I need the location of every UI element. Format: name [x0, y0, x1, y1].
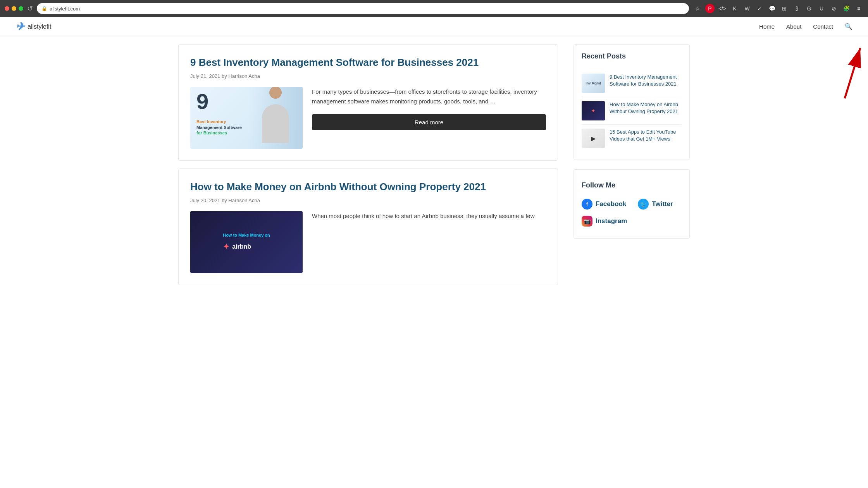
recent-posts-list: Inv Mgmt 9 Best Inventory Management Sof…	[582, 70, 682, 152]
list-item: Inv Mgmt 9 Best Inventory Management Sof…	[582, 70, 682, 97]
article-date-2: July 20, 2021	[190, 198, 220, 203]
article-title-2[interactable]: How to Make Money on Airbnb Without Owni…	[190, 180, 546, 194]
recent-post-thumb-1: Inv Mgmt	[582, 74, 605, 93]
article-card-2: How to Make Money on Airbnb Without Owni…	[178, 168, 558, 285]
pinterest-icon[interactable]: P	[705, 4, 715, 13]
site-logo[interactable]: ✈ allstylefit	[16, 20, 51, 33]
article-by-2: by	[222, 198, 227, 203]
bitcoin-icon[interactable]: ₿	[792, 4, 801, 13]
airbnb-logo-icon: ✦	[223, 242, 230, 252]
article-thumbnail-1: 9 Best Inventory Management Software for…	[190, 87, 303, 149]
browser-navigation: ↺	[27, 4, 33, 13]
search-icon[interactable]: 🔍	[845, 23, 852, 30]
svg-line-1	[845, 48, 860, 98]
logo-text: allstylefit	[28, 23, 51, 30]
maximize-window-button[interactable]	[19, 6, 23, 11]
facebook-icon: f	[582, 199, 592, 210]
recent-post-thumb-3: ▶	[582, 129, 605, 148]
follow-row-2: 📷 Instagram	[582, 216, 682, 227]
facebook-label: Facebook	[596, 200, 626, 208]
extensions-icon[interactable]: 🧩	[842, 4, 851, 13]
site-navigation: Home About Contact 🔍	[759, 23, 852, 30]
address-bar[interactable]: 🔒 allstylefit.com	[37, 3, 689, 14]
nav-home[interactable]: Home	[759, 23, 775, 30]
person-silhouette	[262, 93, 289, 143]
recent-post-link-3[interactable]: 15 Best Apps to Edit YouTube Videos that…	[610, 129, 682, 143]
article-card-1: 9 Best Inventory Management Software for…	[178, 44, 558, 161]
nav-contact[interactable]: Contact	[813, 23, 833, 30]
article-excerpt-2: When most people think of how to start a…	[312, 211, 534, 221]
follow-me-widget: Follow Me f Facebook 🐦 Twitter	[574, 169, 690, 239]
chat-icon[interactable]: 💬	[767, 4, 777, 13]
twitter-icon: 🐦	[638, 199, 649, 210]
article-author-2: Harrison Acha	[228, 198, 260, 203]
twitter-follow-link[interactable]: 🐦 Twitter	[638, 199, 673, 210]
bookmark-star-icon[interactable]: ☆	[693, 4, 702, 13]
refresh-button[interactable]: ↺	[27, 4, 33, 13]
article-excerpt-block-2: When most people think of how to start a…	[312, 211, 534, 221]
airbnb-thumb-text: How to Make Money on	[223, 232, 270, 239]
instagram-icon: 📷	[582, 216, 592, 227]
person-head	[269, 87, 282, 99]
main-content: 9 Best Inventory Management Software for…	[178, 44, 558, 293]
article-title-1[interactable]: 9 Best Inventory Management Software for…	[190, 56, 546, 69]
site-header: ✈ allstylefit Home About Contact 🔍	[0, 17, 868, 36]
instagram-follow-link[interactable]: 📷 Instagram	[582, 216, 627, 227]
twitter-label: Twitter	[652, 200, 673, 208]
article-excerpt-1: For many types of businesses—from office…	[312, 87, 546, 107]
airbnb-logo-area: ✦ airbnb	[223, 242, 270, 252]
follow-row-1: f Facebook 🐦 Twitter	[582, 199, 682, 210]
u-icon[interactable]: U	[817, 4, 826, 13]
person-body	[262, 104, 289, 143]
facebook-follow-link[interactable]: f Facebook	[582, 199, 626, 210]
thumb-airbnb-text: How to Make Money on ✦ airbnb	[223, 232, 270, 252]
rpt-youtube-icon: ▶	[591, 135, 596, 142]
page-wrapper: 9 Best Inventory Management Software for…	[0, 36, 868, 301]
nav-about[interactable]: About	[786, 23, 801, 30]
k-icon[interactable]: K	[730, 4, 739, 13]
airbnb-wordmark: airbnb	[232, 243, 251, 250]
follow-links: f Facebook 🐦 Twitter 📷 Instagram	[582, 199, 682, 227]
article-date-1: July 21, 2021	[190, 73, 220, 79]
thumb-number: 9	[196, 91, 208, 112]
article-thumbnail-2: How to Make Money on ✦ airbnb	[190, 211, 303, 273]
word-icon[interactable]: W	[742, 4, 752, 13]
code-icon[interactable]: </>	[718, 4, 727, 13]
list-item: ✦ How to Make Money on Airbnb Without Ow…	[582, 97, 682, 125]
article-excerpt-block-1: For many types of businesses—from office…	[312, 87, 546, 130]
rpt-label-1: Inv Mgmt	[585, 81, 602, 86]
menu-icon[interactable]: ≡	[854, 4, 863, 13]
ssl-lock-icon: 🔒	[41, 6, 47, 11]
article-body-1: 9 Best Inventory Management Software for…	[190, 87, 546, 149]
article-author-1: Harrison Acha	[228, 73, 260, 79]
article-meta-2: July 20, 2021 by Harrison Acha	[190, 198, 546, 203]
logo-icon: ✈	[16, 20, 24, 33]
annotation-arrow	[790, 36, 868, 114]
browser-chrome: ↺ 🔒 allstylefit.com ☆ P </> K W ✓ 💬 ⊞ ₿ …	[0, 0, 868, 17]
window-controls	[5, 6, 23, 11]
tick-icon[interactable]: ✓	[755, 4, 764, 13]
article-body-2: How to Make Money on ✦ airbnb When most …	[190, 211, 546, 273]
recent-posts-widget: Recent Posts Inv Mgmt 9 Best Inventory M…	[574, 44, 690, 160]
url-text: allstylefit.com	[50, 6, 80, 12]
sidebar: Recent Posts Inv Mgmt 9 Best Inventory M…	[574, 44, 690, 293]
recent-post-link-1[interactable]: 9 Best Inventory Management Software for…	[610, 74, 682, 88]
recent-post-thumb-2: ✦	[582, 101, 605, 120]
page-layout: 9 Best Inventory Management Software for…	[163, 36, 705, 301]
instagram-label: Instagram	[596, 217, 627, 225]
block-icon[interactable]: ⊘	[829, 4, 839, 13]
article-by-1: by	[222, 73, 227, 79]
browser-toolbar-icons: ☆ P </> K W ✓ 💬 ⊞ ₿ G U ⊘ 🧩 ≡	[693, 4, 863, 13]
read-more-button-1[interactable]: Read more	[312, 114, 546, 130]
follow-me-title: Follow Me	[582, 181, 682, 192]
grammarly-icon[interactable]: G	[804, 4, 814, 13]
close-window-button[interactable]	[5, 6, 9, 11]
minimize-window-button[interactable]	[12, 6, 16, 11]
rpt-airbnb-icon: ✦	[591, 108, 596, 114]
recent-posts-title: Recent Posts	[582, 52, 682, 64]
thumb-person-figure	[248, 87, 303, 149]
recent-post-link-2[interactable]: How to Make Money on Airbnb Without Owni…	[610, 101, 682, 115]
grid-icon[interactable]: ⊞	[780, 4, 789, 13]
article-meta-1: July 21, 2021 by Harrison Acha	[190, 73, 546, 79]
list-item: ▶ 15 Best Apps to Edit YouTube Videos th…	[582, 125, 682, 152]
